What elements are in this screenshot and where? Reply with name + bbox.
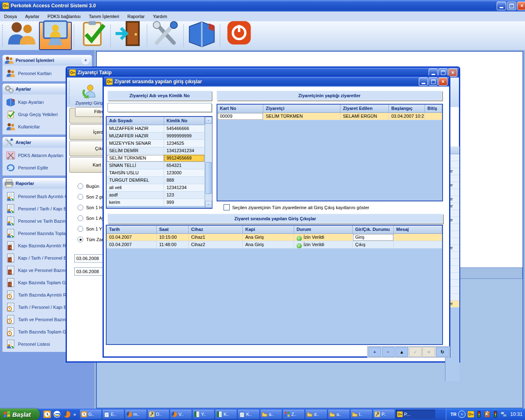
task-button-13[interactable]: l.. [351,410,372,419]
radio-3[interactable]: Son 1 Ha [78,204,105,211]
visitor-entry-button[interactable]: Ziyaretçi Giriş [71,78,107,106]
tray-traffic-icon[interactable] [492,411,499,418]
table-row[interactable]: asdf123 [107,192,212,199]
radio-1[interactable]: Bugün [78,183,99,189]
scroll-up-arrow[interactable]: ‹ [205,117,212,124]
show-all-checkbox[interactable] [224,204,230,210]
table-row[interactable]: MUZAFFER HAZIR9999999999 [107,132,212,140]
item-icon [6,303,16,312]
tray-network-icon[interactable] [500,411,507,418]
language-indicator[interactable]: TR [450,412,457,417]
scrollbar-thumb[interactable] [205,162,212,194]
task-icon [171,411,177,417]
collapse-chevron-icon[interactable]: » [82,57,89,64]
radio-6[interactable]: Tüm Zam [78,236,105,243]
task-button-2[interactable]: E.. [103,410,124,419]
toolbar-button-5[interactable]: PDKS Ayarları [149,22,181,50]
edit-record-button[interactable]: ▲ [395,347,408,357]
dialog-close-button[interactable]: × [438,78,447,86]
grid-header-cihaz[interactable]: Cihaz [189,226,243,234]
minimize-button[interactable] [497,2,506,10]
table-row[interactable]: 03.04.200710:15:00Cihaz1Ana Giriş✓İzin V… [107,234,442,241]
tray-collapse-chevron[interactable]: ‹ [458,411,466,418]
delete-record-button[interactable]: − [382,347,395,357]
app-key-icon [2,2,9,9]
grid-header-tarih[interactable]: Tarih [107,226,157,234]
task-button-4[interactable]: D.. [148,410,169,419]
table-row[interactable]: MUZAFFER HAZIR545466666 [107,125,212,132]
grid-header-kartno[interactable]: Kart No [217,105,263,113]
table-row[interactable]: MÜZEYYEN SENAR1234525 [107,140,212,147]
start-button[interactable]: Başlat [0,409,40,420]
grid-header-ziyaretedilen[interactable]: Ziyaret Edilen [340,105,389,113]
toolbar-button-7[interactable]: Çıkış [222,22,254,50]
toolbar-icon [6,19,37,48]
table-row[interactable]: SİNAN TELLİ654321 [107,162,212,169]
toolbar-grip[interactable] [1,24,3,48]
task-button-11[interactable]: d.. [306,410,327,419]
search-input[interactable] [107,103,212,112]
refresh-record-button[interactable]: ↻ [436,347,449,357]
tray-clipb-icon[interactable] [484,411,491,418]
sidebar-item-label: Personel Bazlı Ayrıntılı G [18,194,68,199]
sidebar-item-label: Kapı Bazında Toplam Ge [18,280,68,285]
task-button-12[interactable]: a.. [328,410,349,419]
grid-header-durum[interactable]: Durum [294,226,353,234]
task-button-5[interactable]: V.. [170,410,192,419]
dialog-maximize-button[interactable] [429,78,438,86]
grid-header-mesaj[interactable]: Mesaj [394,226,442,234]
task-button-9[interactable]: a.. [260,410,282,419]
item-icon [6,110,16,119]
names-scrollbar[interactable]: ‹ › [205,117,212,208]
table-cell [394,241,442,249]
table-row[interactable]: TAHSİN USLU123000 [107,169,212,177]
grid-header-balang[interactable]: Başlangıç [389,105,425,113]
grid-header-girkdurumu[interactable]: Gir/Çık. Durumu [353,226,394,234]
toolbar-button-1[interactable]: Personel [5,22,37,50]
grid-header-saat[interactable]: Saat [157,226,189,234]
grid-header-ziyareti[interactable]: Ziyaretçi [263,105,340,113]
visitor-toolbar-grip[interactable] [68,80,70,104]
scroll-down-arrow[interactable]: › [205,201,212,208]
table-row[interactable]: 00009SELİM TÜRKMENSELAMİ ERGÜN03.04.2007… [217,113,442,120]
radio-label: Son 2 gü [86,194,104,199]
toolbar-button-4[interactable]: Kapı Ayarları [113,22,145,50]
add-record-button[interactable]: + [368,347,381,357]
radio-4[interactable]: Son 1 Ay [78,215,104,221]
radio-2[interactable]: Son 2 gü [78,194,104,200]
task-button-8[interactable]: K.. [238,410,259,419]
quicklaunch-more-chevron[interactable]: » [73,412,76,417]
maximize-button[interactable] [507,2,516,10]
grid-header-adsoyad[interactable]: Adı Soyadı △ [107,117,164,125]
radio-circle [78,194,83,200]
table-row[interactable]: SELİM DEMİR13412341234 [107,147,212,155]
task-button-7[interactable]: K.. [215,410,237,419]
table-cell: Giriş [353,234,394,241]
task-button-3[interactable]: m.. [125,410,146,419]
table-row[interactable]: 03.04.200711:48:00Cihaz2Ana Giriş✓İzin V… [107,241,442,249]
toolbar-button-3[interactable]: Geçiş Yetkileri [76,22,108,50]
sidebar-section-header-1[interactable]: Personel İşlemleri» [2,55,92,66]
table-cell: 654321 [164,162,205,169]
visitor-close-button[interactable]: × [448,68,457,77]
grid-header-kapi[interactable]: Kapi [243,226,294,234]
task-button-1[interactable]: G.. [80,410,101,419]
dialog-minimize-button[interactable] [419,78,428,86]
task-button-6[interactable]: Y.. [193,410,214,419]
task-button-14[interactable]: P.. [373,410,395,419]
grid-header-kimlikno[interactable]: Kimlik No [164,117,205,125]
task-button-10[interactable]: Z.. [283,410,304,419]
tray-traffic-icon[interactable] [476,411,482,418]
table-row[interactable]: SELİM TÜRKMEN9912455669 [107,155,212,162]
grid-header-biti[interactable]: Bitiş [425,105,442,113]
toolbar-button-2[interactable]: Ziyaretçi Takip [39,22,72,50]
toolbar-button-6[interactable]: Raporlar [186,22,218,50]
task-button-15[interactable]: P... [396,410,435,419]
radio-5[interactable]: Son 1 Yıl [78,226,104,232]
tray-key-icon[interactable] [468,411,474,418]
table-row[interactable]: ali veli12341234 [107,184,212,192]
close-button[interactable]: × [517,2,525,10]
section-icon [4,84,14,94]
table-row[interactable]: TURGUT DEMİREL888 [107,177,212,184]
table-row[interactable]: kerim999 [107,199,212,206]
